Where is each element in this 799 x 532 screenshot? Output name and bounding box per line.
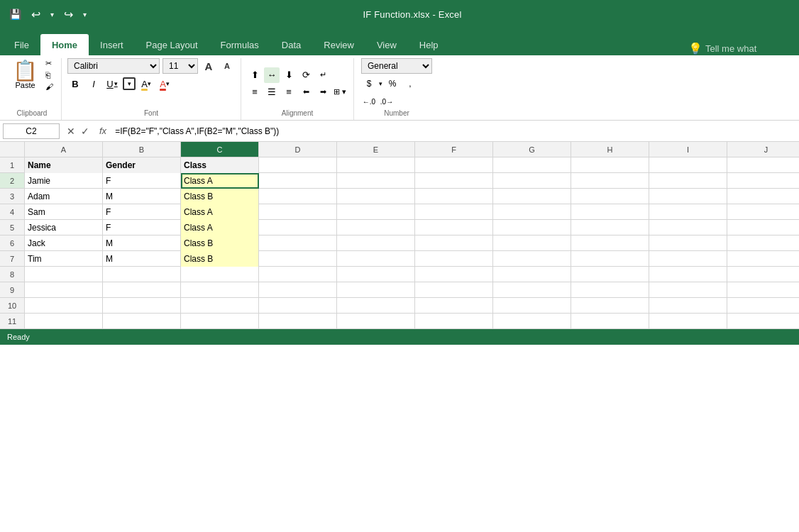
cell-g1[interactable]: [493, 157, 571, 173]
tab-view[interactable]: View: [365, 34, 408, 55]
cell-g10[interactable]: [493, 298, 571, 314]
cell-b7[interactable]: M: [103, 251, 181, 267]
cell-h9[interactable]: [571, 282, 649, 298]
font-shrink-button[interactable]: A: [219, 58, 235, 74]
row-num-1[interactable]: 1: [0, 157, 25, 172]
cell-b8[interactable]: [103, 267, 181, 282]
font-size-select[interactable]: 11: [162, 58, 198, 74]
cell-g2[interactable]: [493, 173, 571, 189]
cell-j3[interactable]: [727, 189, 799, 204]
cell-g5[interactable]: [493, 220, 571, 235]
cell-c5[interactable]: Class A: [181, 220, 259, 235]
fx-label[interactable]: fx: [97, 126, 109, 136]
tab-formulas[interactable]: Formulas: [209, 34, 270, 55]
cell-b1[interactable]: Gender: [103, 157, 181, 173]
cell-h6[interactable]: [571, 235, 649, 251]
cell-b5[interactable]: F: [103, 220, 181, 235]
font-color-button[interactable]: A ▾: [157, 76, 172, 92]
cell-j1[interactable]: [727, 157, 799, 173]
save-icon[interactable]: 💾: [7, 6, 23, 22]
col-header-b[interactable]: B: [103, 142, 181, 157]
underline-button[interactable]: U▾: [104, 76, 120, 92]
cell-j5[interactable]: [727, 220, 799, 235]
cell-d11[interactable]: [259, 314, 337, 329]
middle-align-button[interactable]: ↔: [264, 67, 280, 83]
cell-f3[interactable]: [415, 189, 493, 204]
undo-button[interactable]: ↩: [28, 6, 43, 23]
cell-f9[interactable]: [415, 282, 493, 298]
cell-j7[interactable]: [727, 251, 799, 267]
cell-a1[interactable]: Name: [25, 157, 103, 173]
cell-f7[interactable]: [415, 251, 493, 267]
customize-button[interactable]: ▾: [80, 9, 89, 20]
cell-a8[interactable]: [25, 267, 103, 282]
cell-g6[interactable]: [493, 235, 571, 251]
font-grow-button[interactable]: A: [201, 58, 216, 74]
cell-f1[interactable]: [415, 157, 493, 173]
col-header-g[interactable]: G: [493, 142, 571, 157]
cell-j8[interactable]: [727, 267, 799, 282]
orient-button[interactable]: ⟳: [298, 67, 314, 83]
row-num-6[interactable]: 6: [0, 235, 25, 250]
col-header-c[interactable]: C: [181, 142, 259, 157]
cell-c11[interactable]: [181, 314, 259, 329]
cell-h2[interactable]: [571, 173, 649, 189]
cell-d3[interactable]: [259, 189, 337, 204]
number-format-select[interactable]: General: [361, 58, 432, 74]
cell-e10[interactable]: [337, 298, 415, 314]
cell-h11[interactable]: [571, 314, 649, 329]
row-num-2[interactable]: 2: [0, 173, 25, 188]
col-header-a[interactable]: A: [25, 142, 103, 157]
cell-h1[interactable]: [571, 157, 649, 173]
cell-c8[interactable]: [181, 267, 259, 282]
cell-reference-box[interactable]: C2: [3, 123, 60, 139]
cell-d6[interactable]: [259, 235, 337, 251]
cell-f6[interactable]: [415, 235, 493, 251]
cell-g4[interactable]: [493, 204, 571, 220]
redo-button[interactable]: ↪: [61, 6, 76, 23]
cell-c9[interactable]: [181, 282, 259, 298]
cell-a6[interactable]: Jack: [25, 235, 103, 251]
cell-a10[interactable]: [25, 298, 103, 314]
cell-b3[interactable]: M: [103, 189, 181, 204]
formula-cancel-icon[interactable]: ✕: [65, 124, 77, 138]
comma-button[interactable]: ,: [402, 76, 418, 92]
col-header-e[interactable]: E: [337, 142, 415, 157]
row-num-8[interactable]: 8: [0, 267, 25, 282]
cell-a9[interactable]: [25, 282, 103, 298]
tab-review[interactable]: Review: [312, 34, 365, 55]
cell-e8[interactable]: [337, 267, 415, 282]
cell-j6[interactable]: [727, 235, 799, 251]
cell-d2[interactable]: [259, 173, 337, 189]
formula-confirm-icon[interactable]: ✓: [79, 124, 91, 138]
cell-g9[interactable]: [493, 282, 571, 298]
cell-j9[interactable]: [727, 282, 799, 298]
cell-j10[interactable]: [727, 298, 799, 314]
tab-data[interactable]: Data: [270, 34, 312, 55]
cell-i6[interactable]: [649, 235, 727, 251]
cell-c2[interactable]: Class A: [181, 173, 259, 189]
decrease-indent-button[interactable]: ⬅: [298, 84, 314, 100]
cell-c3[interactable]: Class B: [181, 189, 259, 204]
cell-i5[interactable]: [649, 220, 727, 235]
cell-h5[interactable]: [571, 220, 649, 235]
tab-file[interactable]: File: [3, 34, 40, 55]
row-num-7[interactable]: 7: [0, 251, 25, 266]
tab-home[interactable]: Home: [40, 34, 89, 55]
cell-b10[interactable]: [103, 298, 181, 314]
cell-a11[interactable]: [25, 314, 103, 329]
cell-f10[interactable]: [415, 298, 493, 314]
cell-i8[interactable]: [649, 267, 727, 282]
bottom-align-button[interactable]: ⬇: [281, 67, 297, 83]
cell-f4[interactable]: [415, 204, 493, 220]
cell-i3[interactable]: [649, 189, 727, 204]
merge-button[interactable]: ⊞ ▾: [332, 84, 348, 100]
cell-i9[interactable]: [649, 282, 727, 298]
tab-help[interactable]: Help: [408, 34, 450, 55]
right-align-button[interactable]: ≡: [281, 84, 297, 100]
italic-button[interactable]: I: [86, 76, 101, 92]
cell-d10[interactable]: [259, 298, 337, 314]
cell-i10[interactable]: [649, 298, 727, 314]
formula-input[interactable]: [112, 126, 796, 136]
font-name-select[interactable]: Calibri: [67, 58, 160, 74]
